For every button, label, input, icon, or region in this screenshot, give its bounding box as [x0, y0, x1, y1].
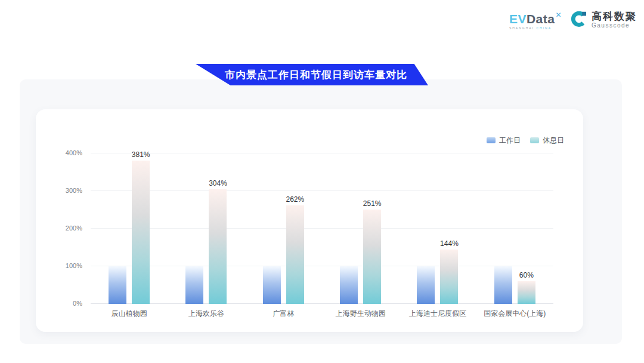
legend-item-1[interactable]: 休息日	[530, 136, 564, 145]
category-label: 国家会展中心(上海)	[476, 309, 553, 319]
bar-group: 262%	[245, 153, 322, 304]
bar-group: 304%	[168, 153, 244, 304]
category-label: 上海迪士尼度假区	[399, 309, 476, 319]
bar-slot: 60%	[518, 153, 535, 304]
value-label: 251%	[363, 199, 382, 208]
category-label: 辰山植物园	[91, 309, 168, 319]
bar-restday[interactable]	[132, 161, 150, 304]
bar-group: 144%	[399, 153, 476, 304]
value-label: 60%	[519, 271, 534, 279]
bar-restday[interactable]	[518, 281, 535, 304]
gausscode-logo: 高科数聚 Gausscode	[570, 10, 637, 30]
bar-restday[interactable]	[440, 250, 458, 304]
chart-title-banner: 市内景点工作日和节假日到访车量对比	[196, 64, 428, 85]
page-header: EVData✕ SHANGHAI CHINA 高科数聚 Gausscode	[509, 10, 637, 30]
y-tick-label: 0%	[73, 300, 82, 307]
bar-workday[interactable]	[494, 266, 512, 304]
bar-workday[interactable]	[185, 266, 203, 304]
evdata-wordmark: EVData✕	[509, 11, 562, 25]
bar-group: 60%	[476, 153, 553, 304]
evdata-tagline: SHANGHAI CHINA	[509, 27, 562, 30]
bar-group: 381%	[91, 153, 168, 304]
gausscode-cn-text: 高科数聚	[592, 11, 637, 21]
evdata-x-icon: ✕	[555, 11, 562, 19]
value-label: 144%	[440, 239, 459, 248]
bar-workday[interactable]	[340, 266, 358, 304]
bar-slot	[185, 153, 203, 304]
value-label: 381%	[132, 150, 150, 159]
bar-slot: 251%	[363, 153, 381, 304]
content-panel: 工作日休息日 0%100%200%300%400% 381%304%262%25…	[20, 79, 622, 344]
gausscode-g-icon	[570, 10, 588, 30]
bar-slot: 262%	[286, 153, 304, 304]
bar-groups: 381%304%262%251%144%60%	[91, 153, 553, 304]
category-label: 广富林	[245, 309, 322, 319]
bar-restday[interactable]	[363, 210, 381, 304]
bar-workday[interactable]	[417, 266, 435, 304]
category-label: 上海野生动物园	[322, 309, 399, 319]
bar-slot	[263, 153, 281, 304]
legend-label: 工作日	[499, 136, 521, 146]
y-axis: 0%100%200%300%400%	[56, 153, 82, 304]
chart-legend: 工作日休息日	[56, 136, 564, 145]
bar-slot: 304%	[209, 153, 227, 304]
legend-item-0[interactable]: 工作日	[487, 136, 521, 145]
bar-slot	[494, 153, 512, 304]
bar-workday[interactable]	[109, 266, 126, 304]
bar-slot	[109, 153, 126, 304]
bar-chart: 0%100%200%300%400% 381%304%262%251%144%6…	[56, 153, 566, 319]
value-label: 304%	[209, 179, 227, 187]
y-tick-label: 300%	[66, 187, 82, 194]
evdata-ev-text: EV	[509, 12, 527, 26]
bar-restday[interactable]	[209, 189, 227, 304]
y-tick-label: 200%	[66, 224, 82, 232]
evdata-data-text: Data	[527, 12, 555, 26]
gausscode-en-text: Gausscode	[592, 23, 637, 29]
bar-workday[interactable]	[263, 266, 281, 304]
y-tick-label: 400%	[66, 149, 82, 156]
bar-slot	[340, 153, 358, 304]
bar-restday[interactable]	[286, 205, 304, 304]
page-title: 市内景点工作日和节假日到访车量对比	[216, 68, 407, 82]
bar-group: 251%	[322, 153, 399, 304]
legend-swatch-icon	[530, 137, 539, 143]
x-axis: 辰山植物园上海欢乐谷广富林上海野生动物园上海迪士尼度假区国家会展中心(上海)	[91, 309, 553, 319]
evdata-logo: EVData✕ SHANGHAI CHINA	[509, 10, 562, 30]
category-label: 上海欢乐谷	[168, 309, 244, 319]
value-label: 262%	[286, 195, 304, 204]
bar-slot: 381%	[132, 153, 150, 304]
y-tick-label: 100%	[66, 262, 82, 269]
legend-label: 休息日	[543, 136, 564, 146]
plot-area: 381%304%262%251%144%60%	[91, 153, 553, 304]
bar-slot	[417, 153, 435, 304]
bar-slot: 144%	[440, 153, 458, 304]
legend-swatch-icon	[487, 137, 496, 143]
chart-card: 工作日休息日 0%100%200%300%400% 381%304%262%25…	[36, 109, 583, 332]
